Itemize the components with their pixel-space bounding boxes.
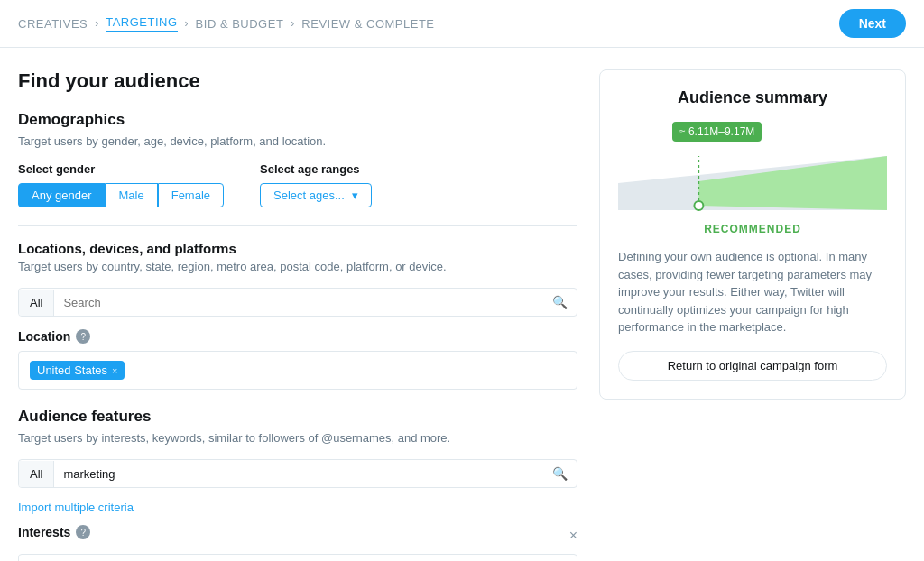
demographics-title: Demographics (18, 111, 578, 129)
svg-point-3 (694, 201, 703, 210)
gender-any-button[interactable]: Any gender (18, 183, 106, 207)
age-block: Select age ranges Select ages... ▾ (260, 162, 372, 207)
chart-area: 6.11M–9.17M (618, 122, 887, 219)
nav-step-targeting[interactable]: TARGETING (106, 15, 177, 32)
locations-search-input[interactable] (54, 290, 543, 316)
nav-step-bid[interactable]: BID & BUDGET (196, 17, 284, 31)
locations-search-row: All 🔍 (18, 288, 578, 317)
search-all-tag: All (19, 290, 54, 316)
audience-chart (618, 147, 887, 219)
chevron-icon-1: › (95, 17, 98, 30)
audience-features-title: Audience features (18, 408, 578, 426)
location-tag-label: United States (37, 363, 107, 377)
gender-buttons: Any gender Male Female (18, 183, 224, 207)
age-select-label: Select ages... (273, 189, 345, 202)
return-button[interactable]: Return to original campaign form (618, 351, 887, 381)
location-tag-us: United States × (30, 361, 125, 380)
chevron-icon-3: › (291, 17, 294, 30)
recommended-label: RECOMMENDED (618, 223, 887, 235)
chevron-icon-2: › (185, 17, 189, 30)
location-help-icon[interactable]: ? (76, 329, 90, 344)
gender-female-button[interactable]: Female (158, 183, 224, 207)
interests-help-icon[interactable]: ? (76, 525, 90, 539)
gender-age-row: Select gender Any gender Male Female Sel… (18, 162, 578, 207)
import-link[interactable]: Import multiple criteria (18, 501, 578, 514)
left-panel: Find your audience Demographics Target u… (18, 69, 599, 561)
right-panel: Audience summary 6.11M–9.17M RECOMMENDED… (599, 69, 906, 561)
location-tag-remove[interactable]: × (112, 365, 117, 376)
gender-male-button[interactable]: Male (106, 183, 158, 207)
interests-close-button[interactable]: × (569, 528, 578, 544)
audience-features-section: Audience features Target users by intere… (18, 408, 578, 561)
location-label: Location (18, 329, 70, 344)
gender-label: Select gender (18, 162, 224, 176)
page-title: Find your audience (18, 69, 578, 93)
location-label-row: Location ? (18, 329, 578, 344)
search-icon: 🔍 (543, 289, 577, 316)
audience-summary-card: Audience summary 6.11M–9.17M RECOMMENDED… (599, 69, 906, 400)
interests-header: Interests ? × (18, 525, 578, 547)
interests-label-row: Interests ? (18, 525, 90, 539)
next-button[interactable]: Next (839, 9, 906, 38)
age-label: Select age ranges (260, 162, 372, 176)
interests-label: Interests (18, 525, 70, 539)
main-content: Find your audience Demographics Target u… (0, 48, 924, 561)
audience-summary-title: Audience summary (618, 88, 887, 107)
location-tags-container: United States × (18, 351, 578, 390)
top-nav: CREATIVES › TARGETING › BID & BUDGET › R… (0, 0, 924, 48)
audience-search-icon: 🔍 (543, 460, 577, 487)
nav-steps: CREATIVES › TARGETING › BID & BUDGET › R… (18, 15, 435, 32)
chevron-down-icon: ▾ (352, 189, 358, 202)
locations-desc: Target users by country, state, region, … (18, 260, 578, 273)
summary-description: Defining your own audience is optional. … (618, 248, 887, 336)
demographics-section: Demographics Target users by gender, age… (18, 111, 578, 207)
audience-search-all-tag: All (19, 461, 54, 487)
interests-tags-container: Marketing × Entrepreneurship × Advertisi… (18, 554, 578, 561)
audience-search-input[interactable] (54, 461, 543, 487)
divider-1 (18, 225, 578, 226)
nav-step-creatives[interactable]: CREATIVES (18, 17, 88, 31)
audience-features-desc: Target users by interests, keywords, sim… (18, 431, 578, 445)
svg-marker-1 (698, 156, 887, 210)
gender-block: Select gender Any gender Male Female (18, 162, 224, 207)
locations-section: Locations, devices, and platforms Target… (18, 241, 578, 390)
demographics-desc: Target users by gender, age, device, pla… (18, 134, 578, 148)
locations-subtitle: Locations, devices, and platforms (18, 241, 578, 256)
audience-search-row: All 🔍 (18, 459, 578, 488)
chart-tooltip: 6.11M–9.17M (672, 122, 762, 142)
nav-step-review[interactable]: REVIEW & COMPLETE (301, 17, 434, 31)
age-select-button[interactable]: Select ages... ▾ (260, 183, 372, 207)
